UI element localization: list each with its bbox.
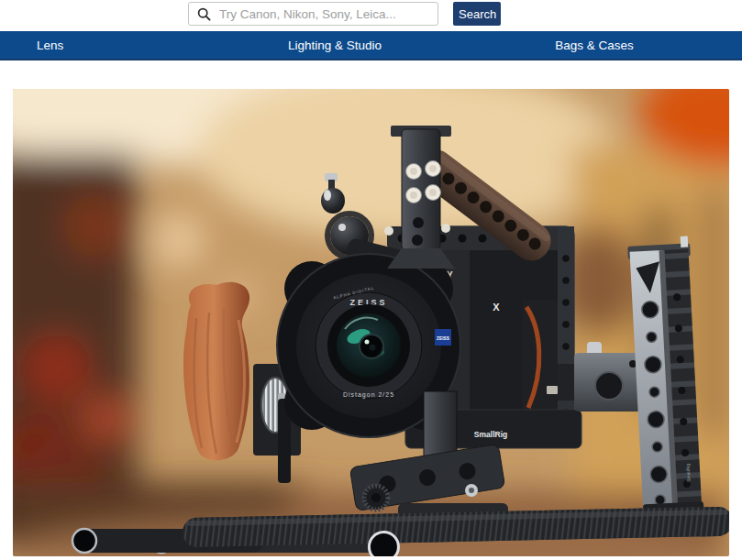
search-icon [197, 7, 211, 21]
search-input[interactable] [217, 4, 437, 24]
zeiss-logo-badge: ZEISS [435, 329, 451, 346]
rig-brand-vertical-label: SmallRig [685, 464, 692, 483]
zeiss-logo-text: ZEISS [437, 336, 450, 341]
nav-item-bags-cases[interactable]: Bags & Cases [555, 38, 634, 52]
nav-item-lighting-studio[interactable]: Lighting & Studio [288, 38, 382, 52]
camera-model-mark: X [493, 302, 500, 313]
nav-item-lens[interactable]: Lens [37, 38, 63, 52]
search-button[interactable]: Search [453, 2, 501, 26]
hero-camera-rig-illustration: SONY X SmallRig ALPHA DIGITAL ZEISS Dist… [13, 89, 729, 556]
search-box[interactable] [188, 2, 438, 26]
main-nav: Lens Lighting & Studio Bags & Cases [0, 31, 742, 60]
header-search-row: Search [0, 0, 742, 30]
rig-brand-label: SmallRig [474, 430, 507, 439]
hero-banner: SONY X SmallRig ALPHA DIGITAL ZEISS Dist… [13, 89, 729, 556]
lens-model-label: Distagon 2/25 [343, 391, 394, 399]
